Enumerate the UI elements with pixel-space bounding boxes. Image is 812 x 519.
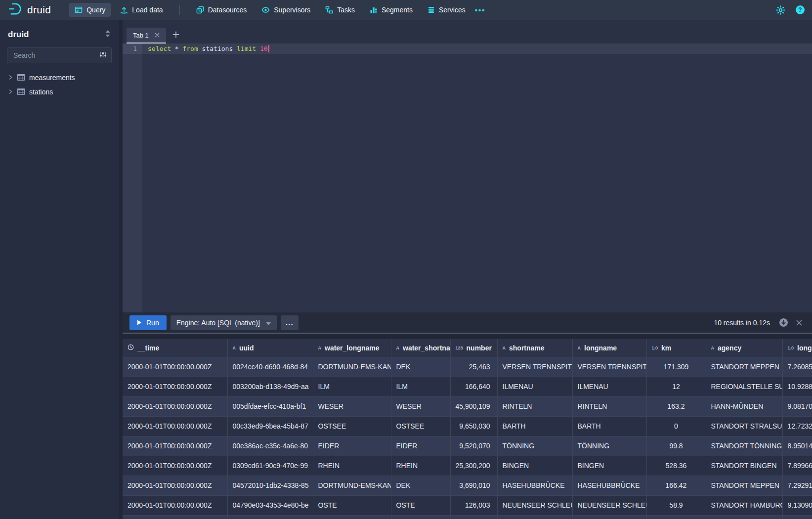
cell-agency[interactable]: STANDORT TÖNNING (706, 436, 782, 456)
cell-agency[interactable]: REGIONALSTELLE SUHL (706, 377, 782, 396)
help-icon[interactable]: ? (795, 5, 805, 15)
cell-agency[interactable]: HANN-MÜNDEN (706, 396, 782, 416)
cell--time[interactable] (123, 515, 227, 519)
column-header-water-longname[interactable]: Awater_longname (313, 339, 391, 357)
cell-shortname[interactable]: BINGEN (497, 456, 572, 476)
close-results-icon[interactable] (796, 320, 802, 326)
cell-water-longname[interactable]: OSTSEE (313, 416, 391, 436)
cell-water-shortname[interactable]: OSTE (391, 495, 450, 515)
cell-longname[interactable]: ILMENAU (572, 377, 646, 396)
cell-longitude[interactable]: 7.260856 (782, 357, 812, 377)
cell-uuid[interactable]: 003200ab-d138-49d9-aa (227, 377, 313, 396)
cell-water-longname[interactable]: EIDER (313, 436, 391, 456)
cell-water-longname[interactable] (313, 515, 391, 519)
column-header-longname[interactable]: Alongname (572, 339, 646, 357)
engine-select[interactable]: Engine: Auto [SQL (native)] (171, 315, 277, 330)
cell-km[interactable] (646, 515, 706, 519)
sidebar-table-measurements[interactable]: measurements (7, 70, 112, 85)
cell-agency[interactable]: STANDORT STRALSUND (706, 416, 782, 436)
column-header-agency[interactable]: Aagency (706, 339, 782, 357)
cell-water-shortname[interactable] (391, 515, 450, 519)
gear-icon[interactable] (776, 5, 785, 15)
chevron-right-icon[interactable] (8, 75, 13, 80)
cell-uuid[interactable]: 005dfdae-efcc-410a-bf1 (227, 396, 313, 416)
cell-longname[interactable]: BINGEN (572, 456, 646, 476)
cell-number[interactable]: 9,520,070 (450, 436, 497, 456)
cell-water-shortname[interactable]: ILM (391, 377, 450, 396)
cell--time[interactable]: 2000-01-01T00:00:00.000Z (123, 396, 227, 416)
cell--time[interactable]: 2000-01-01T00:00:00.000Z (123, 456, 227, 476)
chevron-right-icon[interactable] (8, 89, 13, 94)
cell-agency[interactable]: STANDORT MEPPEN (706, 357, 782, 377)
search-input[interactable] (12, 51, 99, 60)
tab-tab1[interactable]: Tab 1 (127, 28, 166, 43)
column-header-uuid[interactable]: Auuid (227, 339, 313, 357)
cell-number[interactable]: 25,300,200 (450, 456, 497, 476)
nav-item-query[interactable]: Query (69, 3, 111, 17)
cell-water-longname[interactable]: DORTMUND-EMS-KANAL (313, 476, 391, 495)
cell--time[interactable]: 2000-01-01T00:00:00.000Z (123, 436, 227, 456)
cell-water-shortname[interactable]: EIDER (391, 436, 450, 456)
cell-number[interactable]: 45,900,109 (450, 396, 497, 416)
cell-km[interactable]: 0 (646, 416, 706, 436)
add-tab-button[interactable] (166, 28, 186, 43)
cell-longname[interactable]: HASEHUBBRÜCKE (572, 476, 646, 495)
column-header--time[interactable]: __time (123, 339, 227, 357)
cell-number[interactable] (450, 515, 497, 519)
sidebar-table-stations[interactable]: stations (7, 85, 112, 99)
cell-uuid[interactable] (227, 515, 313, 519)
cell-km[interactable]: 528.36 (646, 456, 706, 476)
column-header-number[interactable]: 123number (450, 339, 497, 357)
nav-item-datasources[interactable]: Datasources (191, 3, 253, 17)
cell-longname[interactable] (572, 515, 646, 519)
nav-item-supervisors[interactable]: Supervisors (256, 3, 316, 17)
schema-selector[interactable]: druid (8, 30, 111, 40)
filter-icon[interactable] (99, 51, 107, 60)
cell-uuid[interactable]: 00c33ed9-6bea-45b4-87 (227, 416, 313, 436)
cell-longitude[interactable]: 7.292912 (782, 476, 812, 495)
cell-shortname[interactable]: RINTELN (497, 396, 572, 416)
cell-shortname[interactable]: NEUENSEER SCHLEUSEN (497, 495, 572, 515)
cell-uuid[interactable]: 0024cc40-d690-468d-84 (227, 357, 313, 377)
cell-km[interactable]: 163.2 (646, 396, 706, 416)
cell-water-longname[interactable]: ILM (313, 377, 391, 396)
nav-item-segments[interactable]: Segments (364, 3, 418, 17)
cell-agency[interactable]: STANDORT HAMBURG (706, 495, 782, 515)
cell-shortname[interactable]: TÖNNING (497, 436, 572, 456)
cell-longname[interactable]: RINTELN (572, 396, 646, 416)
cell--time[interactable]: 2000-01-01T00:00:00.000Z (123, 377, 227, 396)
cell-agency[interactable]: STANDORT BINGEN (706, 456, 782, 476)
cell-number[interactable]: 126,003 (450, 495, 497, 515)
cell-longitude[interactable]: 7.899667 (782, 456, 812, 476)
cell-uuid[interactable]: 0309cd61-90c9-470e-99 (227, 456, 313, 476)
cell-shortname[interactable]: ILMENAU (497, 377, 572, 396)
download-icon[interactable] (779, 318, 788, 327)
cell-shortname[interactable]: VERSEN TRENNSPITZE (497, 357, 572, 377)
column-header-km[interactable]: 1.0km (646, 339, 706, 357)
cell-longitude[interactable]: 10.928842 (782, 377, 812, 396)
cell-agency[interactable]: STANDORT MEPPEN (706, 476, 782, 495)
column-header-water-shortname[interactable]: Awater_shortname (391, 339, 450, 357)
cell-shortname[interactable]: BARTH (497, 416, 572, 436)
cell-km[interactable]: 171.309 (646, 357, 706, 377)
cell-uuid[interactable]: 00e386ac-e35c-4a6e-80 (227, 436, 313, 456)
cell-longname[interactable]: NEUENSEER SCHLEUSEN (572, 495, 646, 515)
cell-water-longname[interactable]: RHEIN (313, 456, 391, 476)
cell-water-shortname[interactable]: DEK (391, 357, 450, 377)
column-header-shortname[interactable]: Ashortname (497, 339, 572, 357)
cell-longitude[interactable]: 9.130902 (782, 495, 812, 515)
cell-agency[interactable] (706, 515, 782, 519)
cell-km[interactable]: 58.9 (646, 495, 706, 515)
cell-uuid[interactable]: 04790e03-4353-4e80-be (227, 495, 313, 515)
cell-water-longname[interactable]: DORTMUND-EMS-KANAL (313, 357, 391, 377)
cell-uuid[interactable]: 04572010-1db2-4338-85 (227, 476, 313, 495)
cell-longname[interactable]: TÖNNING (572, 436, 646, 456)
cell-water-longname[interactable]: OSTE (313, 495, 391, 515)
sql-editor[interactable]: 1 select * from stations limit 10 (123, 43, 812, 312)
nav-item-tasks[interactable]: Tasks (320, 3, 360, 17)
cell-longitude[interactable] (782, 515, 812, 519)
cell-longname[interactable]: BARTH (572, 416, 646, 436)
cell-shortname[interactable]: HASEHUBBRÜCKE (497, 476, 572, 495)
cell-longitude[interactable]: 9.081704 (782, 396, 812, 416)
nav-more-button[interactable]: ••• (471, 3, 490, 17)
